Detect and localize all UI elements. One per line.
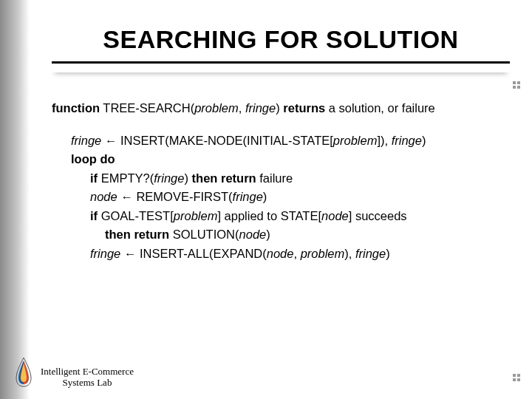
text: ) [276,101,283,115]
var-fringe: fringe [71,134,101,147]
text: TREE-SEARCH( [100,101,194,115]
var-node: node [90,190,117,203]
var-problem: problem [333,134,378,147]
arg-problem: problem [194,101,239,115]
footer-line1: Intelligent E-Commerce [41,366,134,378]
var-fringe: fringe [90,247,120,260]
kw-then-return: then return [105,228,169,241]
kw-loop-do: loop do [71,152,115,166]
kw-if: if [90,171,98,185]
arrow: ← [101,134,120,147]
text: ]), [377,134,391,147]
var-fringe: fringe [392,134,422,147]
text: ) [386,247,390,260]
text: SOLUTION( [169,228,239,241]
var-node: node [267,247,294,260]
text: , [239,101,245,115]
lab-logo-icon [12,356,35,387]
footer-line2: Systems Lab [41,378,134,389]
algo-line-goal-test: if GOAL-TEST[problem] applied to STATE[n… [90,207,502,226]
kw-function: function [52,101,100,115]
algo-line-loop: loop do [71,150,502,169]
kw-if: if [90,209,98,222]
var-fringe: fringe [355,247,386,260]
algo-line-remove-first: node ← REMOVE-FIRST(fringe) [90,188,502,207]
text: , [293,247,300,260]
left-gradient-bar [0,0,30,399]
text: GOAL-TEST[ [98,209,174,222]
text: ) [422,134,426,147]
footer-label: Intelligent E-Commerce Systems Lab [41,366,134,389]
var-fringe: fringe [233,190,263,203]
text: INSERT(MAKE-NODE(INITIAL-STATE[ [120,134,333,147]
algo-line-fringe-init: fringe ← INSERT(MAKE-NODE(INITIAL-STATE[… [71,132,502,151]
slide-content: SEARCHING FOR SOLUTION function TREE-SEA… [30,0,532,399]
arrow: ← [117,190,137,203]
var-node: node [321,209,349,222]
algo-line-return-solution: then return SOLUTION(node) [105,225,502,245]
text: failure [256,171,293,185]
text: ) [263,190,267,203]
corner-dots-icon [513,374,525,386]
title-underline [52,61,510,72]
spacer [52,118,502,132]
text: ) [266,228,270,241]
algo-signature: function TREE-SEARCH(problem, fringe) re… [52,99,502,118]
text: EMPTY?( [98,171,154,185]
arrow: ← [120,247,140,260]
slide-title: SEARCHING FOR SOLUTION [59,25,502,54]
algorithm-body: function TREE-SEARCH(problem, fringe) re… [52,99,502,264]
text: INSERT-ALL(EXPAND( [140,247,267,260]
slide: SEARCHING FOR SOLUTION function TREE-SEA… [0,0,532,399]
kw-then-return: then return [192,171,256,185]
text: a solution, or failure [325,101,435,115]
var-problem: problem [301,247,345,260]
text: ), [344,247,355,260]
algo-line-empty-check: if EMPTY?(fringe) then return failure [90,169,502,188]
text: ] succeeds [349,209,407,222]
text: ) [184,171,191,185]
kw-returns: returns [283,101,325,115]
text: ] applied to STATE[ [217,209,321,222]
text: REMOVE-FIRST( [136,190,232,203]
var-problem: problem [174,209,218,222]
var-node: node [239,228,267,241]
var-fringe: fringe [154,171,184,185]
corner-dots-icon [513,81,525,93]
algo-line-insert-all: fringe ← INSERT-ALL(EXPAND(node, problem… [90,245,502,264]
arg-fringe: fringe [245,101,276,115]
